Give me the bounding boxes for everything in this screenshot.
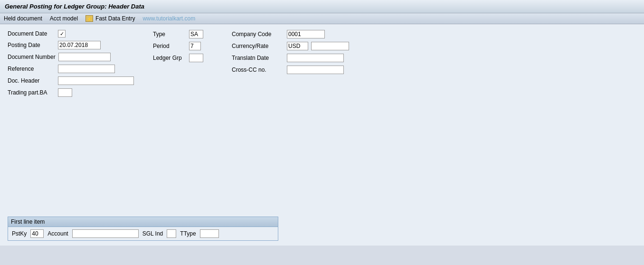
ttype-input[interactable] [200, 229, 219, 238]
document-number-row: Document Number [8, 52, 134, 62]
trading-part-ba-label: Trading part.BA [8, 89, 55, 96]
company-code-row: Company Code [232, 29, 349, 39]
account-label: Account [47, 230, 68, 237]
middle-column: Type Period Ledger Grp [134, 29, 203, 98]
translatn-date-row: Translatn Date [232, 53, 349, 63]
trading-part-ba-input[interactable] [58, 88, 72, 97]
sgl-ind-input[interactable] [167, 229, 176, 238]
toolbar: Held document Acct model ⚡ Fast Data Ent… [0, 13, 644, 24]
doc-header-label: Doc. Header [8, 77, 55, 84]
translatn-date-label: Translatn Date [232, 55, 284, 61]
first-line-item-section: First line item PstKy Account SGL Ind TT… [8, 217, 278, 241]
document-number-label: Document Number [8, 54, 56, 60]
document-date-checkbox[interactable]: ✓ [58, 30, 66, 38]
watermark: www.tutorialkart.com [142, 15, 195, 22]
cross-cc-no-row: Cross-CC no. [232, 65, 349, 75]
company-code-input[interactable] [287, 30, 325, 38]
posting-date-label: Posting Date [8, 42, 55, 48]
type-label: Type [153, 31, 186, 38]
fast-data-entry-button[interactable]: ⚡ Fast Data Entry [85, 15, 135, 22]
company-code-label: Company Code [232, 31, 284, 38]
currency-rate-label: Currency/Rate [232, 43, 284, 49]
reference-row: Reference [8, 64, 134, 74]
pstky-label: PstKy [12, 230, 27, 237]
rate-input[interactable] [311, 42, 349, 50]
posting-date-input[interactable] [58, 41, 101, 49]
period-input[interactable] [189, 42, 201, 50]
period-label: Period [153, 43, 186, 49]
content-area: Document Date ✓ Posting Date Document Nu… [0, 24, 644, 246]
sgl-ind-label: SGL Ind [142, 230, 163, 237]
posting-date-row: Posting Date [8, 40, 134, 50]
type-row: Type [153, 29, 203, 39]
ledger-grp-row: Ledger Grp [153, 53, 203, 63]
fast-data-icon: ⚡ [85, 15, 93, 22]
left-column: Document Date ✓ Posting Date Document Nu… [8, 29, 134, 98]
ledger-grp-input[interactable] [189, 54, 203, 62]
doc-header-input[interactable] [58, 76, 134, 85]
reference-label: Reference [8, 66, 55, 72]
ledger-grp-label: Ledger Grp [153, 55, 186, 61]
doc-header-row: Doc. Header [8, 76, 134, 86]
type-input[interactable] [189, 30, 203, 38]
currency-input[interactable] [287, 42, 308, 50]
account-input[interactable] [72, 229, 139, 238]
pstky-input[interactable] [30, 229, 44, 238]
held-document-button[interactable]: Held document [4, 15, 42, 22]
cross-cc-no-label: Cross-CC no. [232, 66, 284, 73]
ttype-label: TType [180, 230, 196, 237]
reference-input[interactable] [58, 65, 115, 73]
page-title: General Posting for Ledger Group: Header… [5, 3, 144, 10]
translatn-date-input[interactable] [287, 54, 344, 62]
document-date-row: Document Date ✓ [8, 29, 134, 38]
document-date-label: Document Date [8, 30, 55, 37]
period-row: Period [153, 41, 203, 51]
first-line-header: First line item [8, 217, 278, 227]
acct-model-button[interactable]: Acct model [50, 15, 78, 22]
cross-cc-no-input[interactable] [287, 66, 344, 74]
trading-part-ba-row: Trading part.BA [8, 87, 134, 98]
currency-rate-row: Currency/Rate [232, 41, 349, 51]
right-column: Company Code Currency/Rate Translatn Dat… [203, 29, 349, 98]
title-bar: General Posting for Ledger Group: Header… [0, 0, 644, 13]
document-number-input[interactable] [58, 53, 111, 61]
first-line-body: PstKy Account SGL Ind TType [8, 227, 278, 240]
